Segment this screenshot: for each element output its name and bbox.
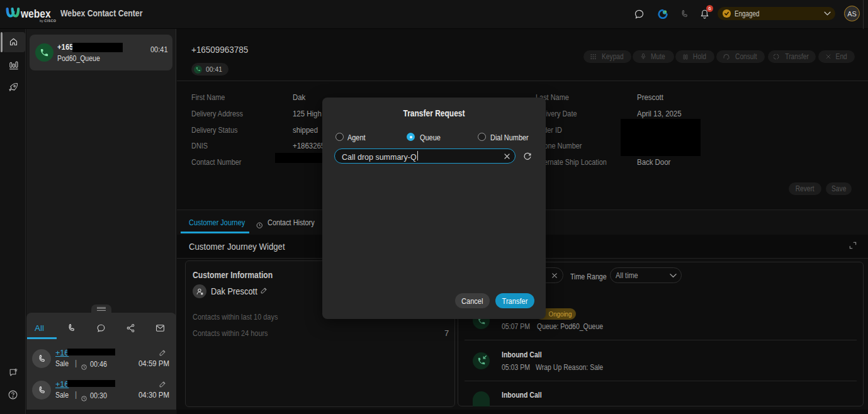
- svg-text:by CISCO: by CISCO: [40, 19, 57, 23]
